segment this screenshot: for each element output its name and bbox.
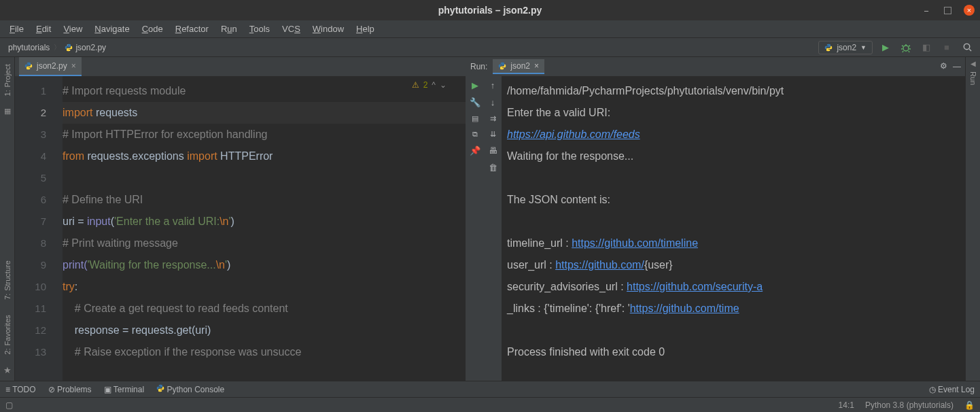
- python-interpreter[interactable]: Python 3.8 (phytutorials): [865, 400, 953, 410]
- svg-point-3: [964, 44, 969, 49]
- run-tool-window: Run: json2 × ⚙ — ▶ 🔧 ▤ ⧉ 📌 ↑ ↓ ⇉ ⇊ �: [466, 57, 965, 381]
- console-link-user[interactable]: https://github.com/: [555, 259, 644, 271]
- layout-icon[interactable]: ▤: [472, 114, 478, 123]
- tool-run[interactable]: Run: [969, 67, 977, 89]
- status-bar: ▢ 14:1 Python 3.8 (phytutorials) 🔒: [0, 397, 980, 412]
- tool-project[interactable]: 1: Project: [3, 60, 12, 100]
- gear-icon[interactable]: ⚙: [940, 61, 947, 71]
- right-tool-stripe: ◀ Run: [965, 57, 980, 381]
- tool-todo[interactable]: ≡ TODO: [5, 385, 36, 394]
- svg-point-2: [903, 46, 909, 51]
- title-bar: phytutorials – json2.py – ×: [0, 0, 980, 20]
- stop-button: ■: [939, 40, 954, 55]
- run-button[interactable]: ▶: [878, 40, 893, 55]
- menu-file[interactable]: File: [4, 22, 29, 36]
- python-file-icon: [65, 44, 73, 52]
- menu-run[interactable]: Run: [215, 22, 243, 36]
- svg-point-0: [67, 44, 68, 45]
- console-link-links[interactable]: https://github.com/time: [630, 303, 739, 314]
- tool-structure[interactable]: 7: Structure: [3, 256, 12, 304]
- inspection-badge[interactable]: ⚠2 ^⌄: [412, 80, 447, 90]
- menu-view[interactable]: View: [58, 22, 88, 36]
- chevron-down-icon: ▼: [860, 44, 867, 51]
- bottom-tool-stripe: ≡ TODO ⊘ Problems ▣ Terminal Python Cons…: [0, 381, 980, 397]
- warning-icon: ⚠: [412, 80, 419, 90]
- breadcrumb-file[interactable]: json2.py: [62, 41, 109, 54]
- left-tool-stripe: 1: Project ▦ 7: Structure 2: Favorites ★: [0, 57, 15, 381]
- run-action-toolbar: ▶ 🔧 ▤ ⧉ 📌: [466, 76, 484, 381]
- chevron-right-icon: 〉: [54, 43, 60, 52]
- python-icon: [156, 384, 164, 392]
- breadcrumb-project[interactable]: phytutorials: [5, 41, 52, 54]
- menu-refactor[interactable]: Refactor: [170, 22, 214, 36]
- python-icon: [498, 62, 506, 70]
- minimize-icon[interactable]: –: [921, 5, 932, 16]
- down-icon[interactable]: ↓: [491, 97, 495, 107]
- hide-icon[interactable]: —: [953, 62, 961, 71]
- editor-pane: json2.py × ⚠2 ^⌄ 12345678910111213 # Imp…: [15, 57, 466, 381]
- console-output[interactable]: /home/fahmida/PycharmProjects/phytutoria…: [502, 76, 965, 381]
- coverage-button[interactable]: ◧: [919, 40, 934, 55]
- console-link-security[interactable]: https://github.com/security-a: [627, 281, 763, 292]
- python-file-icon: [24, 62, 33, 70]
- trash-icon[interactable]: 🗑: [489, 162, 497, 173]
- menu-vcs[interactable]: VCS: [277, 22, 306, 36]
- close-icon[interactable]: ×: [964, 5, 975, 16]
- gutter[interactable]: 12345678910111213: [15, 76, 63, 381]
- run-header: Run: json2 × ⚙ —: [466, 57, 965, 76]
- rerun-button[interactable]: ▶: [472, 80, 478, 90]
- tool-toggle-icon[interactable]: ▢: [5, 400, 13, 410]
- close-tab-icon[interactable]: ×: [71, 61, 76, 71]
- print-icon[interactable]: 🖶: [489, 145, 497, 156]
- menu-code[interactable]: Code: [137, 22, 169, 36]
- tool-terminal[interactable]: ▣ Terminal: [104, 385, 144, 394]
- tool-python-console[interactable]: Python Console: [156, 384, 224, 394]
- run-nav-toolbar: ↑ ↓ ⇉ ⇊ 🖶 🗑: [484, 76, 502, 381]
- console-link-uri[interactable]: https://api.github.com/feeds: [507, 128, 640, 140]
- soft-wrap-icon[interactable]: ⧉: [472, 130, 478, 139]
- editor-tab-bar: json2.py ×: [15, 57, 466, 76]
- window-title: phytutorials – json2.py: [438, 5, 542, 16]
- event-log[interactable]: ◷ Event Log: [929, 385, 975, 394]
- svg-point-1: [70, 50, 71, 50]
- editor-tab-json2[interactable]: json2.py ×: [19, 57, 82, 76]
- project-icon: ▦: [4, 107, 11, 116]
- chevron-left-icon[interactable]: ◀: [970, 60, 976, 67]
- menu-tools[interactable]: Tools: [244, 22, 275, 36]
- up-icon[interactable]: ↑: [491, 80, 495, 90]
- star-icon: ★: [3, 365, 12, 375]
- run-config-selector[interactable]: json2 ▼: [818, 41, 873, 54]
- run-label: Run:: [470, 62, 487, 71]
- code-content[interactable]: # Import requests module import requests…: [63, 76, 466, 381]
- search-everywhere-button[interactable]: [960, 40, 975, 55]
- scroll-icon[interactable]: ⇊: [490, 130, 496, 139]
- debug-button[interactable]: [898, 40, 913, 55]
- run-tab-json2[interactable]: json2 ×: [493, 59, 544, 74]
- console-link-timeline[interactable]: https://github.com/timeline: [572, 237, 698, 249]
- nav-bar: phytutorials 〉 json2.py json2 ▼ ▶ ◧ ■: [0, 38, 980, 57]
- maximize-icon[interactable]: [944, 7, 951, 14]
- tool-favorites[interactable]: 2: Favorites: [3, 311, 12, 358]
- menu-navigate[interactable]: Navigate: [89, 22, 135, 36]
- menu-window[interactable]: Window: [307, 22, 349, 36]
- python-icon: [824, 44, 833, 52]
- menu-help[interactable]: Help: [351, 22, 380, 36]
- code-editor[interactable]: ⚠2 ^⌄ 12345678910111213 # Import request…: [15, 76, 466, 381]
- wrench-icon[interactable]: 🔧: [470, 97, 480, 107]
- filter-icon[interactable]: ⇉: [490, 114, 496, 123]
- menu-bar: File Edit View Navigate Code Refactor Ru…: [0, 20, 980, 38]
- tool-problems[interactable]: ⊘ Problems: [48, 385, 92, 394]
- close-run-tab-icon[interactable]: ×: [534, 61, 539, 71]
- menu-edit[interactable]: Edit: [31, 22, 56, 36]
- lock-icon[interactable]: 🔒: [964, 400, 975, 410]
- cursor-position[interactable]: 14:1: [839, 400, 854, 410]
- pin-icon[interactable]: 📌: [470, 145, 480, 156]
